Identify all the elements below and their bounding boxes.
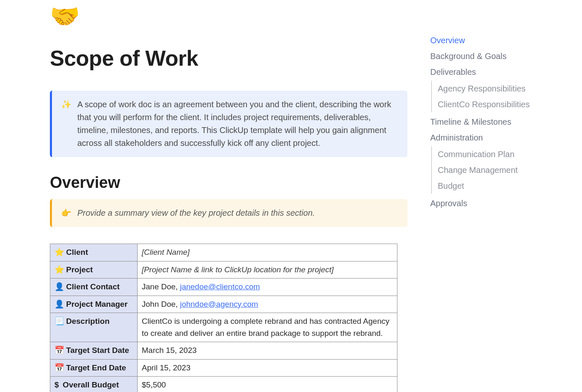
- overview-callout-text[interactable]: Provide a summary view of the key projec…: [77, 207, 315, 219]
- value-budget[interactable]: $5,500: [138, 377, 397, 392]
- label-text: Project: [66, 265, 93, 274]
- table-row: $ Overall Budget $5,500: [50, 377, 397, 392]
- client-contact-email-link[interactable]: janedoe@clientco.com: [180, 282, 260, 291]
- value-text: [Project Name & link to ClickUp location…: [142, 265, 333, 274]
- overview-callout: 👉 Provide a summary view of the key proj…: [50, 199, 407, 227]
- dollar-icon: $: [54, 380, 59, 389]
- value-target-end[interactable]: April 15, 2023: [138, 359, 397, 377]
- value-description[interactable]: ClientCo is undergoing a complete rebran…: [138, 313, 397, 342]
- label-text: Target End Date: [66, 363, 126, 372]
- value-client[interactable]: [Client Name]: [138, 244, 397, 261]
- toc-subitem-agency-responsibilities[interactable]: Agency Responsibilities: [438, 81, 547, 96]
- overview-table: ⭐Client [Client Name] ⭐Project [Project …: [50, 244, 397, 392]
- project-manager-email-link[interactable]: johndoe@agency.com: [180, 300, 258, 308]
- label-text: Project Manager: [66, 300, 128, 308]
- main-content: Scope of Work ✨ A scope of work doc is a…: [50, 46, 407, 392]
- value-target-start[interactable]: March 15, 2023: [138, 342, 397, 360]
- label-description[interactable]: 📃Description: [50, 313, 138, 342]
- table-row: ⭐Client [Client Name]: [50, 244, 397, 261]
- label-text: Description: [66, 317, 110, 325]
- table-row: ⭐Project [Project Name & link to ClickUp…: [50, 261, 397, 279]
- overview-heading[interactable]: Overview: [50, 174, 407, 192]
- toc-item-administration[interactable]: Administration: [430, 130, 547, 145]
- toc-subitem-clientco-responsibilities[interactable]: ClientCo Responsibilities: [438, 96, 547, 112]
- table-of-contents: Overview Background & Goals Deliverables…: [430, 32, 547, 211]
- toc-item-overview[interactable]: Overview: [430, 32, 547, 48]
- label-client[interactable]: ⭐Client: [50, 244, 138, 261]
- toc-item-background-goals[interactable]: Background & Goals: [430, 48, 547, 64]
- label-target-start[interactable]: 📅Target Start Date: [50, 342, 138, 360]
- toc-subitem-communication-plan[interactable]: Communication Plan: [438, 146, 547, 162]
- label-budget[interactable]: $ Overall Budget: [50, 377, 138, 392]
- toc-sublist-deliverables: Agency Responsibilities ClientCo Respons…: [431, 81, 547, 112]
- toc-subitem-change-management[interactable]: Change Management: [438, 162, 547, 178]
- star-icon: ⭐: [54, 265, 64, 274]
- page-title[interactable]: Scope of Work: [50, 46, 407, 71]
- page-icon[interactable]: 🤝: [50, 4, 80, 28]
- toc-item-approvals[interactable]: Approvals: [430, 195, 547, 211]
- label-target-end[interactable]: 📅Target End Date: [50, 359, 138, 377]
- value-project[interactable]: [Project Name & link to ClickUp location…: [138, 261, 397, 279]
- toc-item-timeline-milestones[interactable]: Timeline & Milestones: [430, 114, 547, 130]
- table-row: 👤Project Manager John Doe, johndoe@agenc…: [50, 296, 397, 313]
- table-row: 📃Description ClientCo is undergoing a co…: [50, 313, 397, 342]
- value-text: [Client Name]: [142, 248, 190, 256]
- person-icon: 👤: [54, 300, 64, 308]
- intro-callout: ✨ A scope of work doc is an agreement be…: [50, 91, 407, 157]
- toc-item-deliverables[interactable]: Deliverables: [430, 64, 547, 80]
- label-project[interactable]: ⭐Project: [50, 261, 138, 279]
- label-project-manager[interactable]: 👤Project Manager: [50, 296, 138, 313]
- calendar-icon: 📅: [54, 363, 64, 372]
- person-icon: 👤: [54, 282, 64, 291]
- value-client-contact[interactable]: Jane Doe, janedoe@clientco.com: [138, 279, 397, 296]
- value-project-manager[interactable]: John Doe, johndoe@agency.com: [138, 296, 397, 313]
- toc-subitem-budget[interactable]: Budget: [438, 178, 547, 194]
- document-icon: 📃: [54, 317, 64, 325]
- table-row: 📅Target End Date April 15, 2023: [50, 359, 397, 377]
- label-client-contact[interactable]: 👤Client Contact: [50, 279, 138, 296]
- calendar-icon: 📅: [54, 346, 64, 355]
- star-icon: ⭐: [54, 248, 64, 256]
- label-text: Client Contact: [66, 282, 120, 291]
- label-text: Overall Budget: [63, 380, 119, 389]
- intro-callout-text[interactable]: A scope of work doc is an agreement betw…: [77, 98, 398, 150]
- label-text: Target Start Date: [66, 346, 129, 355]
- value-prefix: John Doe,: [142, 300, 180, 308]
- label-text: Client: [66, 248, 88, 256]
- value-prefix: Jane Doe,: [142, 282, 180, 291]
- sparkle-icon: ✨: [61, 98, 72, 150]
- pointing-right-icon: 👉: [61, 207, 72, 219]
- toc-sublist-administration: Communication Plan Change Management Bud…: [431, 146, 547, 194]
- table-row: 👤Client Contact Jane Doe, janedoe@client…: [50, 279, 397, 296]
- table-row: 📅Target Start Date March 15, 2023: [50, 342, 397, 360]
